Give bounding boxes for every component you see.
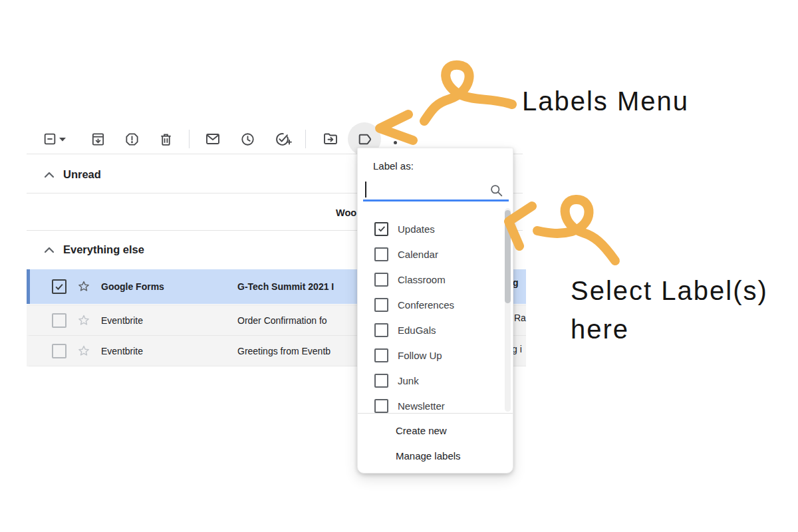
email-subject: Greetings from Eventb bbox=[237, 346, 331, 356]
section-unread-label: Unread bbox=[63, 168, 101, 181]
email-sender: Eventbrite bbox=[101, 346, 237, 356]
star-button[interactable] bbox=[76, 279, 91, 294]
checkbox-checked-icon[interactable] bbox=[374, 222, 388, 236]
search-icon bbox=[489, 184, 503, 198]
section-unread[interactable]: Unread bbox=[44, 168, 101, 181]
label-option[interactable]: Conferences bbox=[358, 292, 513, 317]
label-option[interactable]: Follow Up bbox=[358, 342, 513, 368]
label-option-name: EduGals bbox=[398, 325, 436, 336]
toolbar-divider bbox=[305, 130, 306, 148]
checkbox-icon[interactable] bbox=[374, 247, 388, 261]
unread-row-fragment[interactable]: Woo bbox=[336, 207, 356, 218]
snooze-button[interactable] bbox=[239, 131, 255, 147]
screenshot-root: Unread Woo Everything else Google Forms … bbox=[0, 0, 798, 532]
email-sender: Google Forms bbox=[101, 281, 237, 292]
label-option-name: Calendar bbox=[398, 249, 438, 260]
menu-divider bbox=[358, 413, 513, 414]
select-labels-line2: here bbox=[571, 310, 768, 348]
chevron-up-icon bbox=[44, 247, 55, 253]
task-check-plus-icon bbox=[274, 131, 292, 148]
checkbox-icon[interactable] bbox=[374, 298, 388, 312]
toolbar-divider bbox=[189, 130, 190, 148]
select-caret-button[interactable] bbox=[59, 136, 66, 144]
select-labels-arrow bbox=[509, 200, 615, 261]
label-list: Updates Calendar Classroom Conferences E… bbox=[358, 207, 513, 413]
select-labels-annotation: Select Label(s) here bbox=[571, 271, 768, 348]
add-to-tasks-button[interactable] bbox=[273, 130, 292, 148]
report-spam-button[interactable] bbox=[124, 131, 140, 147]
clock-icon bbox=[240, 132, 255, 147]
manage-labels-action[interactable]: Manage labels bbox=[396, 450, 461, 462]
more-options-icon[interactable] bbox=[394, 141, 397, 144]
move-to-folder-icon bbox=[323, 131, 338, 147]
label-option[interactable]: Junk bbox=[358, 368, 513, 393]
checkmark-icon bbox=[53, 281, 65, 293]
star-button[interactable] bbox=[76, 344, 91, 358]
chevron-down-icon bbox=[59, 138, 66, 142]
archive-icon bbox=[90, 132, 106, 147]
star-icon bbox=[76, 279, 91, 294]
label-option-name: Conferences bbox=[398, 299, 454, 311]
create-new-action[interactable]: Create new bbox=[396, 425, 447, 436]
select-labels-line1: Select Label(s) bbox=[571, 271, 768, 310]
labels-menu-annotation: Labels Menu bbox=[522, 86, 689, 116]
row-checkbox[interactable] bbox=[52, 313, 66, 328]
search-underline bbox=[363, 200, 509, 201]
label-option-name: Updates bbox=[398, 223, 435, 235]
email-subject-peek: g i bbox=[512, 344, 522, 354]
section-everything-else[interactable]: Everything else bbox=[44, 243, 144, 256]
email-subject-peek: g bbox=[513, 277, 519, 288]
move-to-button[interactable] bbox=[323, 131, 338, 147]
row-checkbox[interactable] bbox=[52, 344, 66, 358]
label-option[interactable]: Updates bbox=[358, 216, 513, 241]
envelope-icon bbox=[205, 131, 221, 147]
mark-unread-button[interactable] bbox=[205, 131, 221, 147]
label-option-name: Follow Up bbox=[398, 350, 442, 361]
archive-button[interactable] bbox=[90, 131, 106, 147]
checkbox-icon[interactable] bbox=[374, 348, 388, 362]
email-sender: Eventbrite bbox=[101, 315, 237, 326]
scrollbar-thumb[interactable] bbox=[505, 210, 511, 303]
star-icon bbox=[76, 313, 91, 328]
select-all-checkbox[interactable] bbox=[42, 131, 58, 147]
report-spam-icon bbox=[124, 132, 140, 147]
label-option-name: Junk bbox=[398, 375, 419, 386]
email-subject: G-Tech Summit 2021 I bbox=[237, 281, 334, 292]
label-search-input[interactable] bbox=[364, 180, 487, 199]
star-button[interactable] bbox=[76, 313, 91, 328]
row-checkbox-checked[interactable] bbox=[52, 279, 66, 294]
checkbox-icon[interactable] bbox=[374, 323, 388, 337]
trash-icon bbox=[158, 132, 174, 147]
label-icon bbox=[356, 131, 373, 148]
labels-menu-arrow bbox=[380, 65, 512, 140]
checkbox-icon[interactable] bbox=[374, 273, 388, 287]
chevron-up-icon bbox=[44, 172, 55, 178]
label-option[interactable]: EduGals bbox=[358, 317, 513, 342]
checkbox-icon[interactable] bbox=[374, 374, 388, 388]
checkbox-icon[interactable] bbox=[374, 399, 388, 413]
label-as-menu: Label as: Updates Calendar Classroom bbox=[357, 148, 513, 473]
label-option[interactable]: Calendar bbox=[358, 241, 513, 267]
delete-button[interactable] bbox=[158, 131, 174, 147]
star-icon bbox=[76, 344, 91, 358]
label-option[interactable]: Newsletter bbox=[358, 393, 513, 413]
select-checkbox-icon bbox=[43, 132, 57, 146]
label-option-name: Newsletter bbox=[398, 400, 445, 412]
label-as-title: Label as: bbox=[373, 160, 414, 172]
label-option[interactable]: Classroom bbox=[358, 267, 513, 292]
email-subject: Order Confirmation fo bbox=[237, 315, 327, 326]
label-option-name: Classroom bbox=[398, 274, 446, 285]
section-everything-else-label: Everything else bbox=[63, 243, 144, 256]
email-subject-peek: Ra bbox=[514, 313, 526, 323]
